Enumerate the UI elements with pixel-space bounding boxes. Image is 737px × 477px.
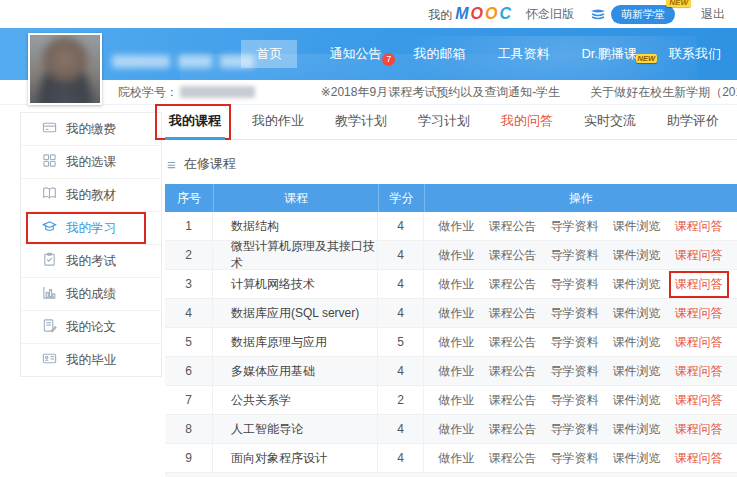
tab-6[interactable]: 实时交流 <box>583 103 637 139</box>
tab-4[interactable]: 学习计划 <box>417 103 471 139</box>
action-link[interactable]: 课件浏览 <box>613 334 661 351</box>
tab-5[interactable]: 我的问答 <box>500 103 554 139</box>
tab-1[interactable]: 我的课程 <box>168 103 222 139</box>
old-version-link[interactable]: 怀念旧版 <box>526 6 574 23</box>
student-id-label: 院校学号： <box>118 84 178 101</box>
sidebar-item-4[interactable]: 我的学习 <box>21 212 161 245</box>
xuetang-group[interactable]: 萌新学堂 NEW <box>590 5 675 24</box>
cell-no: 3 <box>165 270 213 298</box>
action-link[interactable]: 做作业 <box>439 421 475 438</box>
sidebar-item-label: 我的成绩 <box>66 286 116 303</box>
action-link[interactable]: 课件浏览 <box>613 450 661 467</box>
action-link[interactable]: 做作业 <box>439 305 475 322</box>
action-link[interactable]: 课程公告 <box>489 305 537 322</box>
table-row: 8人工智能导论4做作业课程公告导学资料课件浏览课程问答 <box>165 415 737 444</box>
course-qa-link[interactable]: 课程问答 <box>675 247 723 264</box>
sidebar-item-2[interactable]: 我的选课 <box>21 146 161 179</box>
tab-7[interactable]: 助学评价 <box>666 103 720 139</box>
action-link[interactable]: 课件浏览 <box>613 421 661 438</box>
logo-letter: O <box>485 5 496 23</box>
action-link[interactable]: 做作业 <box>439 450 475 467</box>
sidebar: 我的缴费我的选课我的教材我的学习我的考试我的成绩我的论文我的毕业 <box>20 112 162 377</box>
action-link[interactable]: 课程公告 <box>489 218 537 235</box>
action-link[interactable]: 课件浏览 <box>613 363 661 380</box>
sidebar-item-7[interactable]: 我的论文 <box>21 311 161 344</box>
cell-course: 数据库原理与应用 <box>213 328 378 356</box>
action-link[interactable]: 课程公告 <box>489 450 537 467</box>
announcement-ticker: ※2018年9月课程考试预约以及查询通知-学生 关于做好在校生新学期（2018年… <box>291 84 737 101</box>
tab-3[interactable]: 教学计划 <box>334 103 388 139</box>
cell-credit: 4 <box>378 415 424 443</box>
sidebar-item-label: 我的考试 <box>66 253 116 270</box>
action-link[interactable]: 课件浏览 <box>613 276 661 293</box>
cell-credit: 4 <box>378 357 424 385</box>
sidebar-item-3[interactable]: 我的教材 <box>21 179 161 212</box>
course-qa-link[interactable]: 课程问答 <box>675 334 723 351</box>
action-link[interactable]: 课程公告 <box>489 276 537 293</box>
tab-2[interactable]: 我的作业 <box>251 103 305 139</box>
nav-item-4[interactable]: 工具资料 <box>481 45 565 63</box>
cell-course: 公共关系学 <box>213 386 378 414</box>
graduation-icon <box>42 351 57 369</box>
action-link[interactable]: 课程公告 <box>489 247 537 264</box>
action-link[interactable]: 做作业 <box>439 334 475 351</box>
table-header-cell: 学分 <box>378 184 424 212</box>
course-qa-link[interactable]: 课程问答 <box>675 276 723 293</box>
cell-course: 微型计算机原理及其接口技术 <box>213 241 378 269</box>
action-link[interactable]: 做作业 <box>439 276 475 293</box>
logo-letter: C <box>499 5 510 23</box>
course-name: 数据库原理与应用 <box>213 334 327 351</box>
action-link[interactable]: 做作业 <box>439 218 475 235</box>
course-qa-link[interactable]: 课程问答 <box>675 363 723 380</box>
sidebar-item-5[interactable]: 我的考试 <box>21 245 161 278</box>
action-link[interactable]: 课件浏览 <box>613 247 661 264</box>
action-link[interactable]: 课程公告 <box>489 334 537 351</box>
cell-course: 数据结构 <box>213 212 378 240</box>
sidebar-item-1[interactable]: 我的缴费 <box>21 113 161 146</box>
course-select-icon <box>42 153 57 171</box>
course-qa-link[interactable]: 课程问答 <box>675 305 723 322</box>
action-link[interactable]: 导学资料 <box>551 247 599 264</box>
action-link[interactable]: 导学资料 <box>551 421 599 438</box>
action-link[interactable]: 导学资料 <box>551 363 599 380</box>
course-qa-link[interactable]: 课程问答 <box>675 450 723 467</box>
logout-link[interactable]: 退出 <box>701 6 725 23</box>
blurred-username <box>112 55 254 68</box>
action-link[interactable]: 课件浏览 <box>613 218 661 235</box>
action-link[interactable]: 导学资料 <box>551 450 599 467</box>
nav-item-3[interactable]: 我的邮箱 <box>397 45 481 63</box>
action-link[interactable]: 做作业 <box>439 247 475 264</box>
xuetang-pill[interactable]: 萌新学堂 <box>611 5 675 24</box>
nav-item-6[interactable]: 联系我们 <box>653 45 737 63</box>
nav-item-2[interactable]: 通知公告7 <box>313 45 397 63</box>
nav-item-5[interactable]: Dr.鹏播课NEW <box>565 45 653 63</box>
header-label: 操作 <box>569 190 593 207</box>
table-header-cell: 序号 <box>165 184 213 212</box>
action-link[interactable]: 导学资料 <box>551 392 599 409</box>
course-qa-link[interactable]: 课程问答 <box>675 218 723 235</box>
cell-credit: 4 <box>378 241 424 269</box>
action-link[interactable]: 导学资料 <box>551 276 599 293</box>
action-link[interactable]: 导学资料 <box>551 305 599 322</box>
course-qa-link[interactable]: 课程问答 <box>675 421 723 438</box>
sidebar-item-8[interactable]: 我的毕业 <box>21 344 161 376</box>
action-link[interactable]: 课程公告 <box>489 421 537 438</box>
ticker-item[interactable]: ※2018年9月课程考试预约以及查询通知-学生 <box>321 84 560 101</box>
action-link[interactable]: 课程公告 <box>489 392 537 409</box>
cell-credit: 4 <box>378 270 424 298</box>
action-link[interactable]: 课程公告 <box>489 363 537 380</box>
action-link[interactable]: 做作业 <box>439 392 475 409</box>
action-link[interactable]: 导学资料 <box>551 218 599 235</box>
header-label: 序号 <box>177 190 201 207</box>
action-link[interactable]: 导学资料 <box>551 334 599 351</box>
cell-no: 9 <box>165 444 213 472</box>
action-link[interactable]: 课件浏览 <box>613 392 661 409</box>
mooc-logo[interactable]: 我的 MOOC <box>428 5 510 24</box>
ticker-item[interactable]: 关于做好在校生新学期（2018年秋季）开学准备工作的通知 <box>590 84 737 101</box>
cell-actions: 做作业课程公告导学资料课件浏览课程问答 <box>424 415 737 443</box>
action-link[interactable]: 课件浏览 <box>613 305 661 322</box>
action-link[interactable]: 做作业 <box>439 363 475 380</box>
table-row: 9面向对象程序设计4做作业课程公告导学资料课件浏览课程问答 <box>165 444 737 473</box>
sidebar-item-6[interactable]: 我的成绩 <box>21 278 161 311</box>
course-qa-link[interactable]: 课程问答 <box>675 392 723 409</box>
